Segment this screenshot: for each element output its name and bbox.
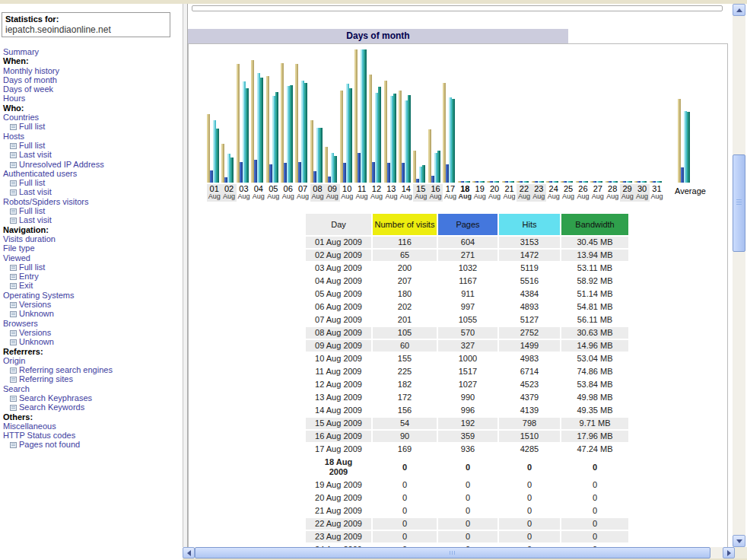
row-pages-value: 359 [461,431,475,441]
row-pages-value: 604 [461,237,475,247]
bandwidth-bar [216,129,219,183]
row-pages-value: 1027 [459,380,477,389]
visits-bar [413,151,416,183]
sidebar-item-hours[interactable]: Hours [3,94,113,103]
bar-group [340,84,354,183]
row-visits-value: 156 [398,406,412,415]
bar-group [384,81,399,183]
sidebar-item-unknown[interactable]: Unknown [3,337,113,346]
row-hits-value: 0 [527,532,532,541]
bar-group [428,129,443,183]
row-bandwidth-value: 53.11 MB [577,263,612,272]
frame-divider[interactable] [183,4,188,560]
sidebar-item-label: Navigation: [3,225,49,234]
list-page-icon [10,274,17,280]
row-visits-value: 180 [398,289,412,298]
scroll-right-button[interactable] [723,547,735,558]
row-day: 06 Aug 2009 [315,302,362,311]
sidebar-item-operating-systems[interactable]: Operating Systems [3,291,113,300]
sidebar-item-exit[interactable]: Exit [3,281,113,290]
row-pages-value: 997 [461,302,475,311]
day-axis-label: 29Aug [620,184,634,202]
horizontal-scrollbar-thumb[interactable] [195,547,710,558]
sidebar-item-versions[interactable]: Versions [3,328,113,337]
sidebar-item-label: Hours [3,94,25,103]
sidebar-item-full-list[interactable]: Full list [3,141,113,150]
sidebar-item-full-list[interactable]: Full list [3,262,113,272]
horizontal-scrollbar[interactable] [183,547,735,558]
sidebar-item-search-keyphrases[interactable]: Search Keyphrases [3,393,113,402]
sidebar-item-label: Entry [19,272,39,281]
sidebar-section-header: Who: [3,103,113,113]
sidebar-item-label: Last visit [19,150,52,159]
day-axis-label: 28Aug [606,184,620,202]
table-row: 12 Aug 20091821027452353.84 MB [306,379,628,390]
sidebar-item-last-visit[interactable]: Last visit [3,187,113,196]
row-pages-value: 0 [466,506,470,515]
average-axis-label: Average [675,184,706,202]
sidebar-item-entry[interactable]: Entry [3,272,113,281]
row-visits-value: 201 [398,315,412,324]
bar-group [295,64,310,183]
vertical-scrollbar-thumb[interactable] [733,154,745,252]
sidebar-item-versions[interactable]: Versions [3,300,113,309]
row-bandwidth-value: 0 [593,480,597,489]
scroll-down-button[interactable] [733,535,745,547]
sidebar-item-days-of-week[interactable]: Days of week [3,84,113,94]
sidebar-item-origin[interactable]: Origin [3,356,113,365]
sidebar-item-authenticated-users[interactable]: Authenticated users [3,169,113,178]
sidebar-item-last-visit[interactable]: Last visit [3,150,113,159]
table-row: 02 Aug 200965271147213.94 MB [306,250,628,261]
row-day: 10 Aug 2009 [315,354,362,363]
row-visits-value: 182 [398,380,412,389]
list-page-icon [10,124,17,130]
sidebar-item-full-list[interactable]: Full list [3,122,113,131]
section-title: Days of month [188,29,568,43]
sidebar-item-label: Visits duration [3,234,56,243]
sidebar-item-visits-duration[interactable]: Visits duration [3,234,113,243]
scroll-left-button[interactable] [183,547,195,558]
sidebar-item-unresolved-ip-address[interactable]: Unresolved IP Address [3,160,113,169]
arrow-down-icon [736,539,742,543]
sidebar-item-viewed[interactable]: Viewed [3,253,113,262]
bandwidth-bar [290,85,293,183]
row-pages-value: 1167 [459,276,477,285]
row-bandwidth-value: 56.11 MB [577,315,612,324]
sidebar-item-search-keywords[interactable]: Search Keywords [3,402,113,412]
vertical-scrollbar[interactable] [733,4,745,547]
row-day: 21 Aug 2009 [315,506,362,515]
row-hits-value: 4139 [520,406,539,415]
sidebar-item-browsers[interactable]: Browsers [3,319,113,328]
scroll-up-button[interactable] [733,4,745,16]
sidebar-item-hosts[interactable]: Hosts [3,132,113,141]
bandwidth-bar [364,49,367,183]
sidebar-item-label: Authenticated users [3,169,77,178]
bar-group [517,181,531,183]
bandwidth-bar [319,128,323,183]
day-axis-label: 25Aug [561,184,575,202]
list-page-icon [10,442,17,448]
sidebar-item-summary[interactable]: Summary [3,47,113,56]
sidebar-item-file-type[interactable]: File type [3,243,113,253]
sidebar-item-monthly-history[interactable]: Monthly history [3,66,113,75]
sidebar-item-full-list[interactable]: Full list [3,178,113,187]
sidebar-item-days-of-month[interactable]: Days of month [3,75,113,84]
sidebar-item-search[interactable]: Search [3,384,113,393]
sidebar-item-unknown[interactable]: Unknown [3,309,113,318]
row-pages-value: 192 [461,418,475,428]
bar-group [251,60,265,183]
sidebar-item-last-visit[interactable]: Last visit [3,215,113,224]
sidebar-item-referring-search-engines[interactable]: Referring search engines [3,365,113,374]
row-bandwidth-value: 17.96 MB [577,431,612,441]
sidebar-item-http-status-codes[interactable]: HTTP Status codes [3,431,113,440]
statistics-site-name[interactable]: iepatch.seoindiaonline.net [5,24,167,35]
sidebar-item-full-list[interactable]: Full list [3,206,113,215]
sidebar-item-countries[interactable]: Countries [3,113,113,122]
row-visits-value: 116 [398,237,412,247]
sidebar-item-miscellaneous[interactable]: Miscellaneous [3,422,113,431]
sidebar-item-referring-sites[interactable]: Referring sites [3,374,113,383]
bandwidth-bar [541,181,544,183]
sidebar-item-label: Days of month [3,75,57,84]
sidebar-item-pages-not-found[interactable]: Pages not found [3,440,113,449]
sidebar-item-robots-spiders-visitors[interactable]: Robots/Spiders visitors [3,197,113,206]
